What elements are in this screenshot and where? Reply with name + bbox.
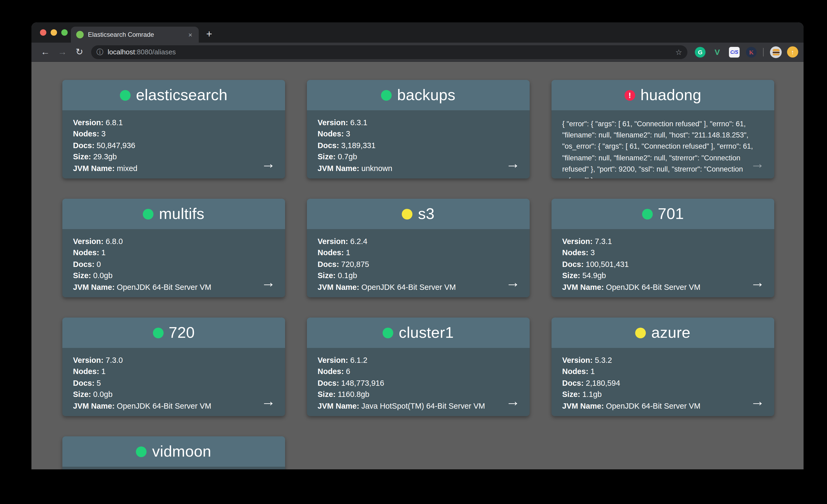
cluster-name: multifs	[159, 205, 204, 223]
profile-avatar[interactable]	[770, 46, 782, 58]
cluster-card-vidmoon[interactable]: vidmoon	[62, 436, 285, 469]
field-label: Size:	[73, 271, 91, 280]
new-tab-button[interactable]: +	[206, 28, 212, 40]
field-label: Size:	[562, 271, 580, 280]
open-cluster-arrow-icon[interactable]: →	[506, 157, 520, 171]
cluster-card-backups[interactable]: backups Version:6.3.1 Nodes:3 Docs:3,189…	[307, 80, 530, 179]
open-cluster-arrow-icon[interactable]: →	[750, 275, 765, 290]
tab-close-icon[interactable]: ×	[187, 30, 193, 39]
cluster-card-header: 720	[62, 317, 285, 348]
field-value: 3	[101, 130, 105, 138]
status-circle-icon	[143, 209, 154, 219]
macos-minimize-button[interactable]	[51, 29, 57, 36]
extension-k-icon[interactable]: K	[746, 47, 757, 57]
field-value: 7.3.0	[105, 356, 123, 364]
cluster-card-header: cluster1	[307, 317, 530, 348]
open-cluster-arrow-icon[interactable]: →	[506, 394, 520, 409]
macos-close-button[interactable]	[40, 29, 46, 36]
cluster-card-elasticsearch[interactable]: elasticsearch Version:6.8.1 Nodes:3 Docs…	[62, 80, 285, 179]
back-icon[interactable]: ←	[38, 47, 52, 57]
reload-icon[interactable]: ↻	[72, 46, 86, 57]
field-value: 6.8.1	[105, 118, 123, 127]
bookmark-star-icon[interactable]: ☆	[675, 48, 682, 56]
screenshot-stage: Elasticsearch Comrade × + ← → ↻ ⓘ localh…	[0, 0, 827, 504]
field-value: 1	[101, 249, 105, 257]
site-info-icon[interactable]: ⓘ	[96, 47, 103, 57]
field-value: 6.3.1	[350, 118, 368, 127]
cluster-card-multifs[interactable]: multifs Version:6.8.0 Nodes:1 Docs:0 Siz…	[62, 199, 285, 297]
open-cluster-arrow-icon[interactable]: →	[261, 157, 276, 171]
status-circle-icon	[383, 327, 393, 338]
cluster-card-header: huadong	[551, 80, 774, 110]
open-cluster-arrow-icon[interactable]: →	[750, 394, 765, 409]
cluster-card-720[interactable]: 720 Version:7.3.0 Nodes:1 Docs:5 Size:0.…	[62, 317, 285, 416]
field-value: 1	[590, 367, 595, 376]
open-cluster-arrow-icon[interactable]: →	[261, 394, 276, 409]
field-value: OpenJDK 64-Bit Server VM	[606, 283, 700, 291]
cluster-card-header: s3	[307, 199, 530, 229]
open-cluster-arrow-icon[interactable]: →	[261, 275, 276, 290]
field-label: JVM Name:	[318, 164, 359, 172]
field-value: 6.2.4	[350, 237, 368, 246]
status-circle-icon	[381, 90, 392, 100]
cluster-card-body: Version:6.2.4 Nodes:1 Docs:720,875 Size:…	[307, 229, 530, 293]
field-label: JVM Name:	[318, 283, 359, 291]
field-label: Nodes:	[73, 367, 99, 376]
field-label: Docs:	[318, 141, 339, 150]
cluster-card-body: Version:7.3.0 Nodes:1 Docs:5 Size:0.0gb …	[62, 348, 285, 412]
field-label: Size:	[73, 152, 91, 161]
macos-zoom-button[interactable]	[61, 29, 68, 36]
field-value: 5	[97, 379, 101, 387]
url-host: localhost	[108, 48, 135, 56]
field-label: JVM Name:	[562, 283, 604, 291]
cluster-name: 701	[658, 205, 684, 223]
open-cluster-arrow-icon[interactable]: →	[750, 157, 765, 171]
field-value: 50,847,936	[97, 141, 135, 150]
extension-vue-devtools-icon[interactable]: V	[712, 47, 723, 57]
field-label: Docs:	[73, 260, 95, 268]
cluster-card-body: Version:6.1.2 Nodes:6 Docs:148,773,916 S…	[307, 348, 530, 412]
field-label: Docs:	[562, 260, 584, 268]
field-label: Docs:	[562, 379, 584, 387]
field-label: Nodes:	[318, 249, 344, 257]
field-label: Version:	[73, 118, 103, 127]
status-circle-icon	[120, 90, 131, 100]
tab-title: Elasticsearch Comrade	[88, 31, 183, 38]
address-bar[interactable]: ⓘ localhost:8080/aliases ☆	[91, 45, 687, 59]
browser-tab[interactable]: Elasticsearch Comrade ×	[71, 27, 199, 43]
cluster-card-body	[62, 467, 285, 469]
extension-grammarly-icon[interactable]: G	[695, 47, 706, 57]
field-label: Size:	[562, 390, 580, 399]
cluster-card-header: azure	[551, 317, 774, 348]
cluster-card-azure[interactable]: azure Version:5.3.2 Nodes:1 Docs:2,180,5…	[551, 317, 774, 416]
cluster-card-huadong[interactable]: huadong { "error": { "args": [ 61, "Conn…	[551, 80, 774, 179]
field-label: Docs:	[318, 260, 339, 268]
field-label: Size:	[318, 390, 336, 399]
cluster-card-body: Version:5.3.2 Nodes:1 Docs:2,180,594 Siz…	[551, 348, 774, 412]
field-label: Nodes:	[318, 130, 344, 138]
browser-window: Elasticsearch Comrade × + ← → ↻ ⓘ localh…	[32, 22, 804, 469]
field-value: 720,875	[341, 260, 369, 268]
cluster-card-cluster1[interactable]: cluster1 Version:6.1.2 Nodes:6 Docs:148,…	[307, 317, 530, 416]
cluster-card-body: Version:6.8.1 Nodes:3 Docs:50,847,936 Si…	[62, 110, 285, 174]
field-label: Version:	[562, 356, 592, 364]
field-value: 54.9gb	[582, 271, 606, 280]
open-cluster-arrow-icon[interactable]: →	[506, 275, 520, 290]
cluster-name: 720	[168, 324, 195, 342]
status-circle-icon	[625, 90, 635, 100]
field-value: OpenJDK 64-Bit Server VM	[606, 401, 700, 410]
forward-icon[interactable]: →	[55, 47, 69, 57]
alert-icon	[629, 91, 631, 99]
chrome-update-icon[interactable]: ↑	[787, 46, 798, 57]
cluster-name: backups	[397, 86, 455, 104]
field-value: 1.1gb	[582, 390, 602, 399]
field-label: Version:	[73, 356, 103, 364]
field-value: mixed	[117, 164, 137, 172]
field-value: Java HotSpot(TM) 64-Bit Server VM	[361, 401, 485, 410]
cluster-card-s3[interactable]: s3 Version:6.2.4 Nodes:1 Docs:720,875 Si…	[307, 199, 530, 297]
cluster-card-701[interactable]: 701 Version:7.3.1 Nodes:3 Docs:100,501,4…	[551, 199, 774, 297]
extension-custom-js-icon[interactable]: C/S	[729, 47, 740, 57]
field-label: JVM Name:	[562, 401, 604, 410]
field-label: Docs:	[318, 379, 339, 387]
field-label: JVM Name:	[73, 401, 114, 410]
